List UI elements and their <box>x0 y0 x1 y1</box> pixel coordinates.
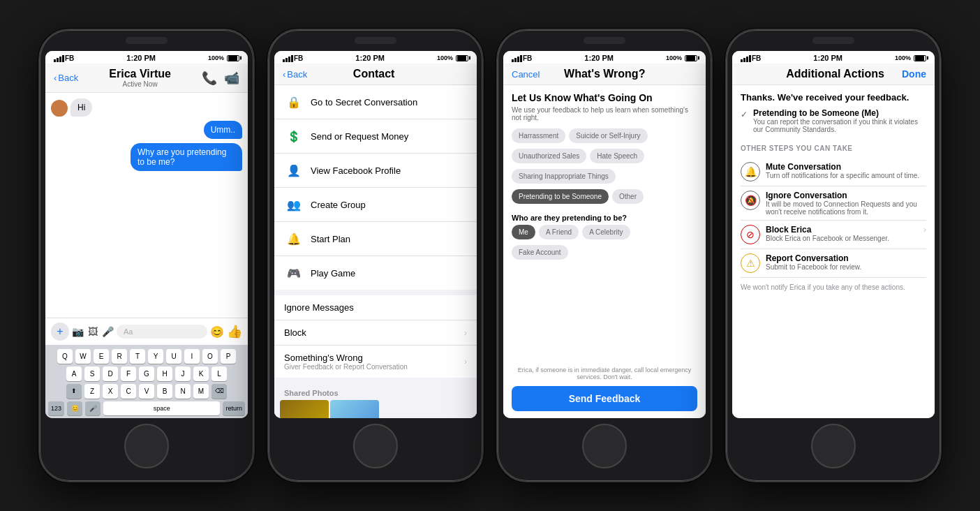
cancel-button[interactable]: Cancel <box>512 69 540 80</box>
photo-strip <box>274 400 477 418</box>
menu-item-game[interactable]: 🎮 Play Game <box>274 256 477 290</box>
carrier-2: FB <box>294 54 303 62</box>
phone-4: FB 1:20 PM 100% Additional Actions Done … <box>725 29 942 482</box>
group-icon: 👥 <box>284 195 304 214</box>
key-j[interactable]: J <box>175 366 191 381</box>
camera-icon[interactable]: 📷 <box>72 326 84 337</box>
status-icons-4: 100% <box>895 54 926 61</box>
tag-me[interactable]: Me <box>512 225 535 239</box>
tag-suicide[interactable]: Suicide or Self-Injury <box>569 128 647 143</box>
other-steps-label: OTHER STEPS YOU CAN TAKE <box>741 145 926 152</box>
tag-pretending[interactable]: Pretending to be Someone <box>512 189 609 204</box>
menu-item-secret[interactable]: 🔒 Go to Secret Conversation <box>274 85 477 119</box>
key-b[interactable]: B <box>157 384 172 399</box>
key-l[interactable]: L <box>211 366 227 381</box>
menu-item-ignore[interactable]: Ignore Messages <box>274 295 477 320</box>
key-i[interactable]: I <box>184 349 200 364</box>
fake-account-row: Fake Account <box>512 245 697 260</box>
video-icon[interactable]: 📹 <box>224 71 239 86</box>
tag-friend[interactable]: A Friend <box>539 225 579 239</box>
key-k[interactable]: K <box>193 366 209 381</box>
action-item-mute[interactable]: 🔔 Mute Conversation Turn off notificatio… <box>741 158 926 186</box>
time-1: 1:20 PM <box>126 54 156 62</box>
key-a[interactable]: A <box>66 366 82 381</box>
back-button-1[interactable]: ‹ Back <box>54 73 78 83</box>
key-z[interactable]: Z <box>84 384 100 399</box>
key-shift[interactable]: ⬆ <box>66 384 82 399</box>
key-y[interactable]: Y <box>148 349 163 364</box>
key-f[interactable]: F <box>121 366 136 381</box>
thumbsup-icon[interactable]: 👍 <box>227 324 242 339</box>
menu-item-block[interactable]: Block › <box>274 320 477 346</box>
kb-row-2: A S D F G H J K L <box>48 366 245 381</box>
key-v[interactable]: V <box>139 384 154 399</box>
key-123[interactable]: 123 <box>48 401 64 415</box>
chat-text-input[interactable]: Aa <box>117 325 207 339</box>
status-bar-1: FB 1:20 PM 100% <box>45 51 248 64</box>
signal-bars-4: FB <box>741 54 761 62</box>
key-x[interactable]: X <box>103 384 118 399</box>
key-d[interactable]: D <box>103 366 118 381</box>
phone-2: FB 1:20 PM 100% ‹ Back Contact <box>267 29 484 482</box>
key-p[interactable]: P <box>221 349 236 364</box>
key-o[interactable]: O <box>202 349 218 364</box>
mic-icon[interactable]: 🎤 <box>102 326 114 337</box>
tag-harrassment[interactable]: Harrassment <box>512 128 565 143</box>
nav-bar-3: Cancel What's Wrong? <box>503 64 706 85</box>
key-e[interactable]: E <box>94 349 109 364</box>
menu-item-group[interactable]: 👥 Create Group <box>274 188 477 222</box>
emergency-text: Erica, if someone is in immediate danger… <box>512 362 697 383</box>
key-t[interactable]: T <box>130 349 145 364</box>
bar3 <box>59 57 61 62</box>
phone-icon[interactable]: 📞 <box>202 71 217 86</box>
key-c[interactable]: C <box>121 384 136 399</box>
battery-icon-1 <box>227 55 239 61</box>
action-item-ignore[interactable]: 🔕 Ignore Conversation It will be moved t… <box>741 186 926 221</box>
menu-section-actions: 🔒 Go to Secret Conversation 💲 Send or Re… <box>274 85 477 290</box>
add-media-button[interactable]: + <box>51 323 69 341</box>
mute-row: Mute Conversation Turn off notifications… <box>766 162 926 179</box>
tag-other[interactable]: Other <box>612 189 644 204</box>
msg-received-1: Hi <box>51 98 242 117</box>
phone-1: FB 1:20 PM 100% ‹ Back Erica Virtue Acti… <box>38 29 255 482</box>
menu-item-wrong[interactable]: Something's Wrong Giver Feedback or Repo… <box>274 346 477 378</box>
tag-sharing[interactable]: Sharing Inappropriate Things <box>512 169 616 184</box>
done-button[interactable]: Done <box>902 68 926 80</box>
key-n[interactable]: N <box>175 384 191 399</box>
report-text: Report Conversation Submit to Facebook f… <box>766 253 861 271</box>
emoji-icon[interactable]: 😊 <box>210 325 224 339</box>
tag-fake-account[interactable]: Fake Account <box>512 245 568 260</box>
key-u[interactable]: U <box>166 349 181 364</box>
action-item-block[interactable]: ⊘ Block Erica Block Erica on Facebook or… <box>741 221 926 249</box>
key-emoji[interactable]: 😊 <box>67 401 82 415</box>
chat-media-icons: 📷 🖼 🎤 <box>72 326 114 337</box>
action-item-report[interactable]: ⚠ Report Conversation Submit to Facebook… <box>741 249 926 278</box>
menu-item-money[interactable]: 💲 Send or Request Money <box>274 119 477 154</box>
key-return[interactable]: return <box>223 401 245 415</box>
tag-sales[interactable]: Unauthorized Sales <box>512 149 586 163</box>
key-g[interactable]: G <box>139 366 154 381</box>
chat-input-bar: + 📷 🖼 🎤 Aa 😊 👍 <box>45 318 248 345</box>
tags-row-2: Unauthorized Sales Hate Speech <box>512 149 697 163</box>
nav-title-1: Erica Virtue <box>109 68 171 80</box>
avatar-erica <box>51 100 68 117</box>
key-s[interactable]: S <box>84 366 100 381</box>
key-h[interactable]: H <box>157 366 172 381</box>
key-space[interactable]: space <box>103 401 220 415</box>
key-m[interactable]: M <box>193 384 209 399</box>
battery-percent-3: 100% <box>666 54 682 61</box>
key-mic[interactable]: 🎤 <box>85 401 101 415</box>
key-q[interactable]: Q <box>57 349 73 364</box>
send-feedback-button[interactable]: Send Feedback <box>512 386 697 411</box>
report-sub: Submit to Facebook for review. <box>766 263 861 271</box>
back-button-2[interactable]: ‹ Back <box>283 69 307 80</box>
tag-hate[interactable]: Hate Speech <box>590 149 644 163</box>
menu-item-profile[interactable]: 👤 View Facebook Profile <box>274 154 477 188</box>
bar2 <box>57 58 59 62</box>
key-r[interactable]: R <box>112 349 127 364</box>
image-icon[interactable]: 🖼 <box>88 326 98 337</box>
menu-item-plan[interactable]: 🔔 Start Plan <box>274 222 477 256</box>
key-w[interactable]: W <box>75 349 91 364</box>
tag-celebrity[interactable]: A Celebrity <box>582 225 630 239</box>
key-backspace[interactable]: ⌫ <box>211 384 227 399</box>
